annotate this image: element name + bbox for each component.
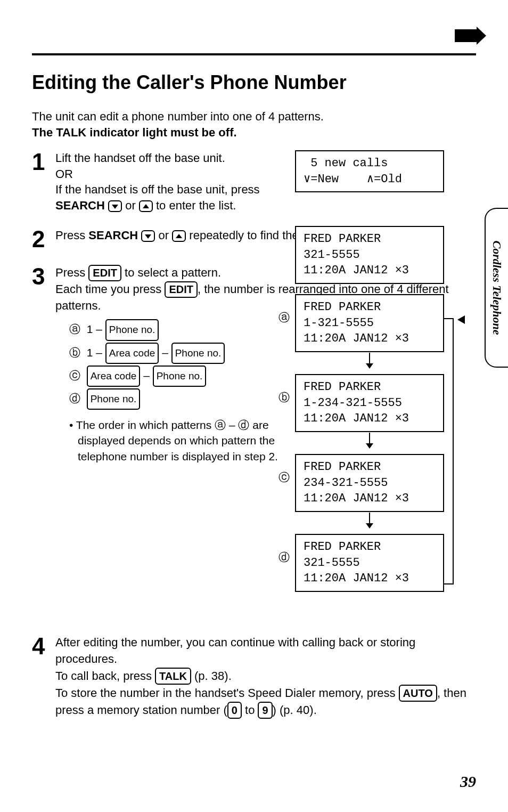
pattern-text: – — [162, 346, 171, 359]
lcd-label-d: ⓓ — [278, 550, 290, 565]
svg-marker-5 — [366, 523, 373, 529]
intro-text: The unit can edit a phone number into on… — [32, 110, 476, 124]
digit-key-0: 0 — [227, 702, 242, 719]
side-tab-label: Cordless Telephone — [490, 240, 504, 335]
lcd-label-a: ⓐ — [278, 310, 290, 325]
next-page-arrow-icon — [455, 29, 479, 42]
lcd-label-c: ⓒ — [278, 470, 290, 485]
horizontal-rule — [32, 53, 476, 55]
phone-no-box: Phone no. — [153, 366, 207, 387]
loop-line — [444, 318, 454, 584]
step-number: 2 — [32, 228, 55, 251]
step-text: to — [242, 703, 258, 717]
step-number: 3 — [32, 265, 55, 288]
step-text: to select a pattern. — [125, 266, 221, 279]
phone-no-box: Phone no. — [87, 388, 141, 410]
step-text: Press — [55, 266, 88, 279]
pattern-label: ⓐ — [69, 323, 80, 335]
up-arrow-icon — [139, 200, 153, 212]
lcd-display-pattern-a: FRED PARKER 1-321-5555 11:20A JAN12 ×3 — [295, 294, 444, 352]
step-text: or — [125, 199, 139, 212]
svg-marker-1 — [366, 363, 373, 369]
lcd-display-initial: 5 new calls ∨=New ∧=Old — [295, 150, 444, 192]
edit-key: EDIT — [88, 265, 121, 281]
down-arrow-icon — [364, 353, 375, 372]
step-text: To call back, press — [55, 669, 155, 683]
down-arrow-icon — [108, 200, 122, 212]
pattern-label: ⓒ — [69, 369, 80, 381]
pattern-text: 1 – — [87, 323, 105, 335]
down-arrow-icon — [364, 433, 375, 452]
step-text: After editing the number, you can contin… — [55, 636, 415, 665]
key-label: SEARCH — [88, 229, 138, 242]
page-number: 39 — [460, 773, 476, 791]
section-title: Editing the Caller's Phone Number — [32, 71, 476, 94]
lcd-display-caller: FRED PARKER 321-5555 11:20A JAN12 ×3 — [295, 226, 444, 284]
lcd-label-b: ⓑ — [278, 390, 290, 405]
lcd-display-pattern-b: FRED PARKER 1-234-321-5555 11:20A JAN12 … — [295, 374, 444, 432]
down-arrow-icon — [364, 513, 375, 532]
phone-no-box: Phone no. — [105, 319, 159, 340]
pattern-label: ⓓ — [69, 392, 80, 404]
step-text: ) (p. 40). — [273, 703, 317, 717]
step-text: Press — [55, 229, 88, 242]
step-text: If the handset is off the base unit, pre… — [55, 183, 260, 196]
step-text: OR — [55, 167, 73, 181]
edit-key: EDIT — [165, 281, 198, 298]
key-label: SEARCH — [55, 199, 105, 212]
step-4: 4 After editing the number, you can cont… — [32, 635, 476, 719]
down-arrow-icon — [141, 230, 155, 242]
side-tab: Cordless Telephone — [485, 208, 508, 368]
talk-key: TALK — [155, 668, 191, 685]
svg-marker-3 — [366, 443, 373, 449]
pattern-text: 1 – — [87, 346, 105, 359]
step-text: to enter the list. — [156, 199, 236, 212]
step-number: 4 — [32, 635, 55, 658]
step-text: (p. 38). — [194, 669, 232, 683]
steps-container: 1 Lift the handset off the base unit. OR… — [32, 150, 476, 719]
digit-key-9: 9 — [258, 702, 272, 719]
up-arrow-icon — [172, 230, 186, 242]
step-text: Lift the handset off the base unit. — [55, 151, 225, 165]
intro-warning: The TALK indicator light must be off. — [32, 126, 476, 140]
area-code-box: Area code — [105, 343, 159, 364]
area-code-box: Area code — [87, 366, 141, 387]
step-text: To store the number in the handset's Spe… — [55, 686, 399, 700]
lcd-display-pattern-d: FRED PARKER 321-5555 11:20A JAN12 ×3 — [295, 534, 444, 592]
auto-key: AUTO — [399, 685, 437, 702]
pattern-text: – — [143, 369, 153, 381]
phone-no-box: Phone no. — [171, 343, 225, 364]
step-text: Each time you press — [55, 282, 165, 296]
step-text: or — [159, 229, 173, 242]
step-number: 1 — [32, 150, 55, 174]
lcd-display-pattern-c: FRED PARKER 234-321-5555 11:20A JAN12 ×3 — [295, 454, 444, 512]
pattern-label: ⓑ — [69, 346, 80, 359]
pattern-order-note: • The order in which patterns ⓐ – ⓓ are … — [69, 417, 282, 464]
